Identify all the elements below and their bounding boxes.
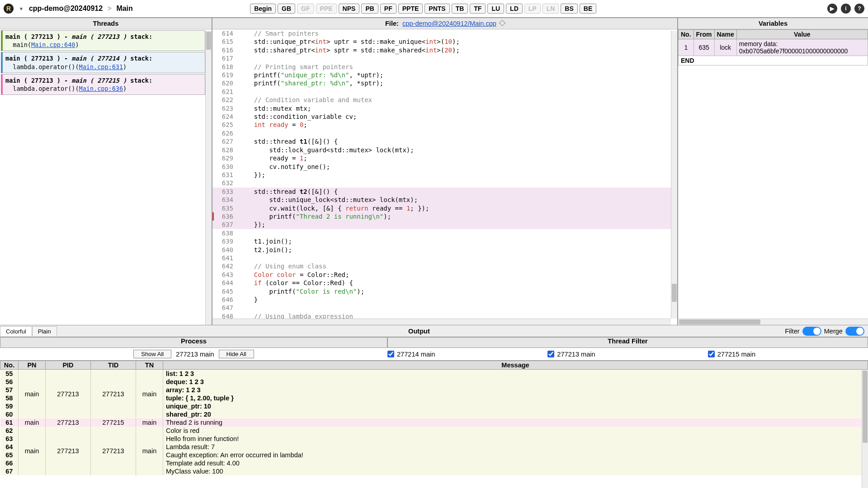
code-line-615[interactable]: 615 std::unique_ptr<int> uptr = std::mak…	[212, 38, 677, 46]
code-line-618[interactable]: 618 // Printing smart pointers	[212, 63, 677, 71]
tfilter-check-0[interactable]	[387, 351, 394, 357]
file-header: File: cpp-demo@20240912/Main.cpp	[212, 18, 677, 29]
code-line-632[interactable]: 632	[212, 179, 677, 187]
output-table: No.PNPIDTIDTNMessage 55main277213277213m…	[0, 361, 868, 475]
toolbar-btn-be[interactable]: BE	[580, 4, 596, 14]
code-line-642[interactable]: 642 // Using enum class	[212, 262, 677, 270]
hide-all-button[interactable]: Hide All	[219, 350, 254, 358]
code-line-646[interactable]: 646 }	[212, 296, 677, 304]
variables-table: No.FromNameValue 1635lockmemory data: 0x…	[678, 29, 868, 66]
code-line-628[interactable]: 628 std::lock_guard<std::mutex> lock(mtx…	[212, 146, 677, 154]
filter-toggle[interactable]	[802, 327, 821, 336]
code-line-619[interactable]: 619 printf("unique_ptr: %d\n", *uptr);	[212, 71, 677, 79]
code-line-616[interactable]: 616 std::shared_ptr<int> sptr = std::mak…	[212, 46, 677, 54]
code-line-636[interactable]: 636 printf("Thread 2 is running\n");	[212, 212, 677, 221]
tfilter-2[interactable]: 277215 main	[708, 351, 868, 358]
code-line-621[interactable]: 621	[212, 88, 677, 96]
play-icon[interactable]: ▶	[827, 4, 837, 14]
out-row-62[interactable]: 62main277213277213mainColor is red	[0, 427, 868, 435]
output-tabbar: Colorful Plain Output Filter Merge	[0, 325, 868, 337]
threadfilter-header: Thread Filter	[387, 337, 868, 348]
toolbar-btn-begin[interactable]: Begin	[250, 4, 276, 14]
thread-link[interactable]: Main.cpp:640	[31, 41, 75, 48]
tfilter-1[interactable]: 277213 main	[547, 351, 708, 358]
variables-h-scrollbar[interactable]	[678, 319, 868, 325]
top-right-icons: ▶ i ?	[827, 4, 864, 14]
show-all-button[interactable]: Show All	[133, 350, 171, 358]
vars-row[interactable]: 1635lockmemory data: 0xb0705a6bfe7f00000…	[679, 39, 868, 56]
breadcrumb-project[interactable]: cpp-demo@20240912	[29, 5, 103, 12]
toolbar-btn-tb[interactable]: TB	[452, 4, 468, 14]
tab-colorful[interactable]: Colorful	[0, 326, 32, 336]
code-line-645[interactable]: 645 printf("Color is red\n");	[212, 287, 677, 296]
toolbar-btn-tf[interactable]: TF	[470, 4, 486, 14]
threads-scrollbar[interactable]	[205, 31, 212, 325]
diamond-icon[interactable]	[499, 20, 505, 26]
code-line-635[interactable]: 635 cv.wait(lock, [&] { return ready == …	[212, 204, 677, 212]
toolbar-btn-pf[interactable]: PF	[380, 4, 396, 14]
tfilter-0[interactable]: 277214 main	[387, 351, 547, 358]
vars-col-Name: Name	[714, 30, 736, 39]
thread-link[interactable]: Main.cpp:631	[79, 63, 123, 70]
code-editor[interactable]: 614 // Smart pointers615 std::unique_ptr…	[212, 29, 677, 325]
breadcrumb-sep: >	[105, 5, 114, 12]
code-line-643[interactable]: 643 Color color = Color::Red;	[212, 271, 677, 279]
code-line-641[interactable]: 641	[212, 254, 677, 262]
code-line-620[interactable]: 620 printf("shared_ptr: %d\n", *sptr);	[212, 79, 677, 87]
merge-toggle[interactable]	[845, 327, 864, 336]
dropdown-caret-icon[interactable]: ▼	[17, 6, 25, 11]
variables-title: Variables	[678, 18, 868, 29]
info-icon[interactable]: i	[841, 4, 851, 14]
code-line-634[interactable]: 634 std::unique_lock<std::mutex> lock(mt…	[212, 196, 677, 204]
tfilter-check-2[interactable]	[708, 351, 715, 357]
code-line-631[interactable]: 631 });	[212, 171, 677, 179]
code-line-627[interactable]: 627 std::thread t1([&]() {	[212, 137, 677, 145]
current-process: 277213 main	[176, 351, 214, 358]
help-icon[interactable]: ?	[854, 4, 864, 14]
code-line-633[interactable]: 633 std::thread t2([&]() {	[212, 188, 677, 196]
toolbar-btn-nps[interactable]: NPS	[339, 4, 360, 14]
process-header: Process	[0, 337, 387, 348]
code-line-625[interactable]: 625 int ready = 0;	[212, 121, 677, 129]
output-v-scrollbar[interactable]	[862, 370, 868, 488]
code-line-626[interactable]: 626	[212, 129, 677, 137]
code-line-644[interactable]: 644 if (color == Color::Red) {	[212, 279, 677, 287]
toolbar-btn-pnts[interactable]: PNTS	[425, 4, 449, 14]
topbar: R ▼ cpp-demo@20240912 > Main BeginGBGFPP…	[0, 0, 868, 18]
code-h-scrollbar[interactable]	[212, 319, 671, 325]
toolbar-btn-bs[interactable]: BS	[561, 4, 577, 14]
code-line-640[interactable]: 640 t2.join();	[212, 246, 677, 254]
code-line-637[interactable]: 637 });	[212, 221, 677, 229]
toolbar-btn-ppe: PPE	[316, 4, 337, 14]
toolbar-btn-ppte[interactable]: PPTE	[398, 4, 423, 14]
code-line-639[interactable]: 639 t1.join();	[212, 237, 677, 245]
thread-card-0[interactable]: main ( 277213 ) - main ( 277213 ) stack:…	[1, 30, 205, 51]
toolbar-btn-lu[interactable]: LU	[487, 4, 504, 14]
thread-link[interactable]: Main.cpp:636	[79, 85, 123, 92]
code-line-623[interactable]: 623 std::mutex mtx;	[212, 104, 677, 113]
code-line-622[interactable]: 622 // Condition variable and mutex	[212, 96, 677, 104]
out-row-55[interactable]: 55main277213277213mainlist: 1 2 3	[0, 370, 868, 378]
code-line-647[interactable]: 647	[212, 304, 677, 312]
code-line-624[interactable]: 624 std::condition_variable cv;	[212, 113, 677, 121]
toolbar-btn-ld[interactable]: LD	[506, 4, 523, 14]
breadcrumb-page[interactable]: Main	[116, 5, 132, 12]
thread-card-1[interactable]: main ( 277213 ) - main ( 277214 ) stack:…	[1, 52, 205, 73]
thread-card-2[interactable]: main ( 277213 ) - main ( 277215 ) stack:…	[1, 74, 205, 95]
file-link[interactable]: cpp-demo@20240912/Main.cpp	[402, 20, 496, 27]
tab-plain[interactable]: Plain	[32, 326, 57, 336]
out-row-61[interactable]: 61main277213277215mainThread 2 is runnin…	[0, 418, 868, 427]
code-line-638[interactable]: 638	[212, 229, 677, 237]
toolbar-btn-pb[interactable]: PB	[361, 4, 378, 14]
code-line-614[interactable]: 614 // Smart pointers	[212, 29, 677, 38]
tfilter-check-1[interactable]	[547, 351, 554, 357]
process-controls: Show All 277213 main Hide All	[0, 350, 387, 358]
code-line-629[interactable]: 629 ready = 1;	[212, 154, 677, 162]
file-label: File:	[385, 20, 399, 27]
toolbar-btn-gb[interactable]: GB	[278, 4, 295, 14]
filter-label: Filter	[785, 328, 799, 335]
code-line-617[interactable]: 617	[212, 54, 677, 62]
code-line-630[interactable]: 630 cv.notify_one();	[212, 163, 677, 171]
threads-list[interactable]: main ( 277213 ) - main ( 277213 ) stack:…	[0, 29, 212, 325]
code-v-scrollbar[interactable]	[671, 31, 677, 319]
